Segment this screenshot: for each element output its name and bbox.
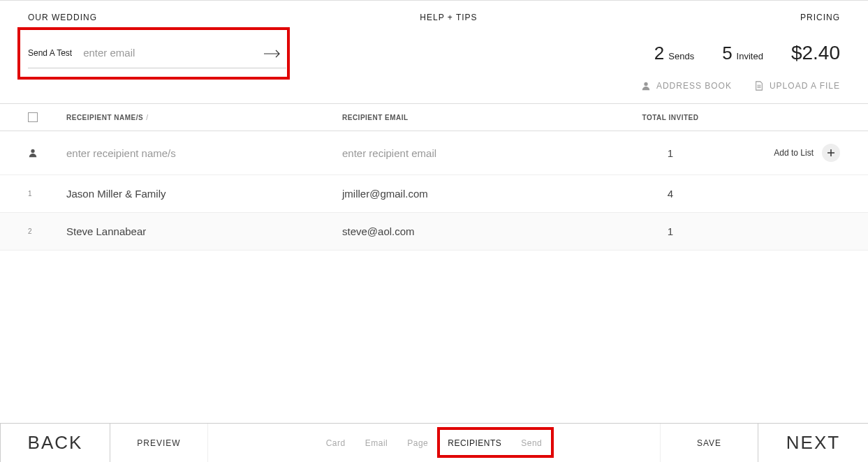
recipient-email-input[interactable] [342,147,618,159]
next-button[interactable]: NEXT [758,424,868,462]
price-display: $2.40 [791,42,840,64]
nav-our-wedding[interactable]: OUR WEDDING [28,13,97,22]
header-email[interactable]: RECIPIENT EMAIL [342,114,618,121]
add-to-list-container: Add to List [723,144,840,162]
stat-sends: 2 Sends [654,43,694,64]
arrow-right-icon [264,50,281,58]
stats-bar: Send A Test 2 Sends 5 Invited $2.40 [0,33,868,73]
preview-button[interactable]: PREVIEW [110,424,208,462]
nav-pricing[interactable]: PRICING [800,13,840,22]
header-invited[interactable]: TOTAL INVITED [618,114,723,121]
top-nav: OUR WEDDING HELP + TIPS PRICING [0,0,868,33]
invited-label: Invited [737,51,763,61]
tab-email[interactable]: Email [365,438,388,448]
bottom-bar: BACK PREVIEW Card Email Page RECIPIENTS … [0,423,868,462]
file-icon [754,81,764,91]
invited-count: 1 [618,225,723,237]
sort-indicator: / [146,114,148,121]
bottom-tabs: Card Email Page RECIPIENTS Send [208,424,660,462]
row-number: 2 [28,228,32,235]
header-name[interactable]: RECEIPIENT NAME/S/ [66,114,342,121]
actions-bar: ADDRESS BOOK UPLOAD A FILE [0,73,868,103]
add-to-list-button[interactable] [822,144,840,162]
invited-count: 5 [722,43,732,64]
address-book-label: ADDRESS BOOK [656,81,732,91]
svg-point-0 [644,82,647,86]
send-test-label: Send A Test [28,48,72,58]
table-row[interactable]: 1 Jason Miller & Family jmiller@gmail.co… [0,175,868,213]
back-button[interactable]: BACK [0,424,110,462]
tab-page[interactable]: Page [407,438,428,448]
row-number: 1 [28,190,32,198]
save-button[interactable]: SAVE [660,424,758,462]
header-checkbox-col [28,112,66,122]
send-test-input[interactable] [83,47,258,59]
input-invited-count[interactable]: 1 [618,147,723,159]
svg-point-1 [31,149,34,153]
invited-count: 4 [618,188,723,200]
recipient-name-input[interactable] [66,147,342,159]
select-all-checkbox[interactable] [28,112,38,122]
send-test-container: Send A Test [28,38,286,68]
sends-label: Sends [668,51,694,61]
upload-file-label: UPLOAD A FILE [770,81,840,91]
address-book-button[interactable]: ADDRESS BOOK [641,81,732,91]
tab-recipients[interactable]: RECIPIENTS [448,438,501,448]
upload-file-button[interactable]: UPLOAD A FILE [754,81,840,91]
plus-icon [827,149,834,156]
person-icon [28,148,38,158]
input-row-icon-col [28,148,66,158]
recipient-email: steve@aol.com [342,225,415,237]
sends-count: 2 [654,43,664,64]
recipient-email: jmiller@gmail.com [342,188,428,200]
add-to-list-label: Add to List [774,148,814,158]
table-row[interactable]: 2 Steve Lannabear steve@aol.com 1 [0,213,868,251]
table-header: RECEIPIENT NAME/S/ RECIPIENT EMAIL TOTAL… [0,103,868,131]
tab-card[interactable]: Card [326,438,346,448]
stat-invited: 5 Invited [722,43,763,64]
stats-right: 2 Sends 5 Invited $2.40 [654,42,840,64]
recipient-name: Jason Miller & Family [66,188,166,200]
send-test-submit-button[interactable] [258,44,286,62]
recipient-name: Steve Lannabear [66,225,146,237]
tab-send[interactable]: Send [521,438,542,448]
nav-help-tips[interactable]: HELP + TIPS [420,13,477,22]
table-input-row: 1 Add to List [0,131,868,175]
person-icon [641,81,651,91]
